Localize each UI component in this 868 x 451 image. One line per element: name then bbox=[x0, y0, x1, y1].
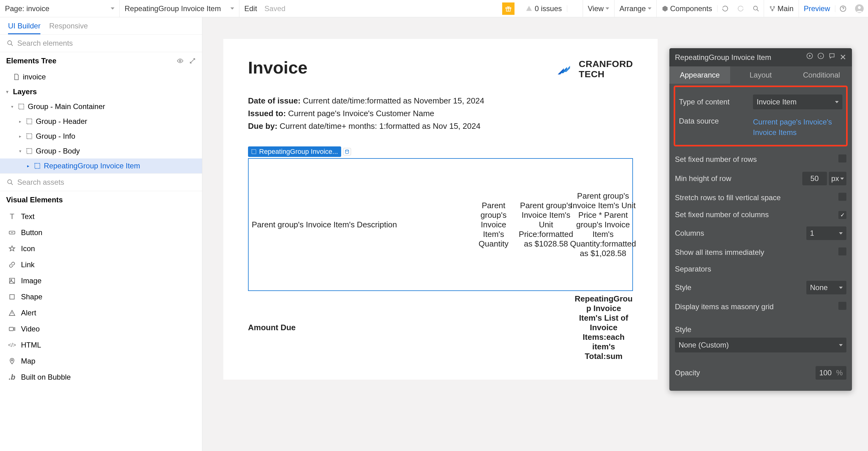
page-label: Page: invoice bbox=[5, 4, 49, 13]
ve-button[interactable]: Button bbox=[0, 225, 202, 241]
type-of-content-select[interactable]: Invoice Item bbox=[753, 94, 842, 109]
link-icon bbox=[8, 261, 16, 268]
ve-alert[interactable]: Alert bbox=[0, 305, 202, 321]
sep-style-label: Style bbox=[675, 283, 806, 292]
show-all-label: Show all items immediately bbox=[675, 248, 838, 257]
ve-video[interactable]: Video bbox=[0, 321, 202, 337]
repeating-group-tag[interactable]: RepeatingGroup Invoice... bbox=[248, 146, 341, 157]
info-icon[interactable] bbox=[817, 53, 824, 62]
eye-icon[interactable] bbox=[177, 57, 184, 64]
edit-label[interactable]: Edit bbox=[244, 4, 257, 13]
amount-due-row: Amount Due RepeatingGroup Invoice Item's… bbox=[248, 294, 633, 361]
tab-responsive[interactable]: Responsive bbox=[49, 22, 88, 34]
saved-label: Saved bbox=[265, 4, 285, 13]
ve-text[interactable]: TText bbox=[0, 208, 202, 225]
data-source-link[interactable]: Current page's Invoice's Invoice Items bbox=[753, 117, 842, 138]
invoice-page: Invoice CRANFORDTECH Date of issue: Curr… bbox=[223, 39, 658, 379]
tree-body[interactable]: Group - Body bbox=[0, 144, 202, 159]
tree-page-invoice[interactable]: invoice bbox=[0, 69, 202, 84]
tab-conditional[interactable]: Conditional bbox=[791, 66, 852, 84]
tab-ui-builder[interactable]: UI Builder bbox=[8, 22, 40, 34]
alert-icon bbox=[8, 310, 16, 316]
comment-icon[interactable] bbox=[829, 53, 835, 62]
search-assets[interactable]: Search assets bbox=[0, 174, 202, 191]
svg-rect-14 bbox=[27, 148, 32, 154]
play-icon[interactable] bbox=[806, 53, 813, 62]
expand-icon[interactable] bbox=[189, 57, 196, 64]
fixed-cols-toggle[interactable] bbox=[838, 211, 846, 219]
preview-button[interactable]: Preview bbox=[799, 0, 835, 17]
tree-main-container[interactable]: Group - Main Container bbox=[0, 99, 202, 114]
logo-mark-icon bbox=[555, 60, 574, 78]
columns-select[interactable]: 1 bbox=[806, 226, 846, 240]
tree-header[interactable]: Group - Header bbox=[0, 114, 202, 129]
close-icon[interactable]: ✕ bbox=[840, 53, 846, 62]
property-panel-header[interactable]: RepeatingGroup Invoice Item ✕ bbox=[669, 48, 852, 66]
tab-layout[interactable]: Layout bbox=[730, 66, 791, 84]
ve-icon[interactable]: Icon bbox=[0, 241, 202, 257]
arrange-dropdown[interactable]: Arrange bbox=[614, 0, 656, 17]
chevron-down-icon bbox=[839, 232, 843, 234]
ve-html[interactable]: </>HTML bbox=[0, 337, 202, 353]
style-select[interactable]: None (Custom) bbox=[675, 338, 846, 353]
tree-layers-header[interactable]: Layers bbox=[0, 84, 202, 99]
elements-tree-label: Elements Tree bbox=[6, 57, 57, 65]
property-panel: RepeatingGroup Invoice Item ✕ Appearance… bbox=[669, 48, 852, 391]
date-of-issue-row: Date of issue: Current date/time:formatt… bbox=[248, 96, 633, 106]
opacity-input[interactable]: 100% bbox=[815, 366, 846, 379]
canvas-area[interactable]: Invoice CRANFORDTECH Date of issue: Curr… bbox=[203, 17, 868, 451]
undo-icon[interactable] bbox=[717, 5, 733, 12]
arrow-icon[interactable] bbox=[567, 5, 583, 12]
chevron-down-icon bbox=[648, 7, 651, 9]
user-avatar[interactable] bbox=[851, 4, 868, 13]
svg-point-4 bbox=[773, 6, 775, 7]
ve-shape[interactable]: Shape bbox=[0, 289, 202, 305]
show-all-toggle[interactable] bbox=[838, 248, 846, 255]
tree-repeating-group[interactable]: RepeatingGroup Invoice Item bbox=[0, 159, 202, 173]
ve-image[interactable]: Image bbox=[0, 273, 202, 289]
search-elements[interactable]: Search elements bbox=[0, 35, 202, 52]
svg-point-2 bbox=[753, 6, 757, 10]
sep-style-select[interactable]: None bbox=[806, 281, 846, 294]
search-icon[interactable] bbox=[748, 5, 764, 12]
separators-label: Separators bbox=[675, 265, 846, 273]
branch-dropdown[interactable]: Main bbox=[764, 0, 799, 17]
group-icon bbox=[26, 118, 33, 125]
svg-point-19 bbox=[10, 279, 12, 281]
issues-indicator[interactable]: 0 issues bbox=[521, 4, 567, 13]
components-button[interactable]: Components bbox=[656, 0, 717, 17]
repeating-group-box[interactable]: Parent group's Invoice Item's Descriptio… bbox=[248, 158, 633, 291]
chevron-down-icon bbox=[835, 101, 839, 103]
chevron-down-icon bbox=[230, 7, 234, 9]
view-dropdown[interactable]: View bbox=[583, 0, 615, 17]
svg-rect-12 bbox=[27, 119, 32, 124]
chevron-down-icon bbox=[606, 7, 609, 9]
fixed-rows-toggle[interactable] bbox=[838, 154, 846, 163]
ve-built-on-bubble[interactable]: .bBuilt on Bubble bbox=[0, 369, 202, 385]
issues-count: 0 issues bbox=[535, 4, 562, 13]
group-icon bbox=[26, 133, 33, 140]
search-elements-placeholder: Search elements bbox=[17, 39, 73, 48]
rg-data-icon[interactable] bbox=[343, 148, 351, 156]
columns-label: Columns bbox=[675, 229, 806, 237]
min-height-unit[interactable]: px bbox=[829, 172, 846, 185]
gift-icon[interactable] bbox=[502, 2, 515, 15]
redo-icon[interactable] bbox=[733, 5, 748, 12]
masonry-toggle[interactable] bbox=[838, 302, 846, 310]
min-height-label: Min height of row bbox=[675, 174, 802, 183]
repeating-group-icon bbox=[34, 163, 41, 169]
min-height-input[interactable]: 50 bbox=[802, 172, 827, 185]
visual-elements-label: Visual Elements bbox=[6, 196, 63, 204]
tree-info[interactable]: Group - Info bbox=[0, 129, 202, 144]
left-panel: UI Builder Responsive Search elements El… bbox=[0, 17, 203, 451]
tab-appearance[interactable]: Appearance bbox=[669, 66, 730, 84]
ve-link[interactable]: Link bbox=[0, 257, 202, 273]
ve-map[interactable]: Map bbox=[0, 353, 202, 369]
opacity-label: Opacity bbox=[675, 368, 815, 377]
components-label: Components bbox=[670, 4, 712, 13]
element-selector[interactable]: RepeatingGroup Invoice Item bbox=[120, 0, 239, 17]
help-icon[interactable] bbox=[835, 5, 851, 12]
page-selector[interactable]: Page: invoice bbox=[0, 0, 120, 17]
stretch-rows-toggle[interactable] bbox=[838, 193, 846, 201]
svg-rect-23 bbox=[252, 149, 256, 154]
